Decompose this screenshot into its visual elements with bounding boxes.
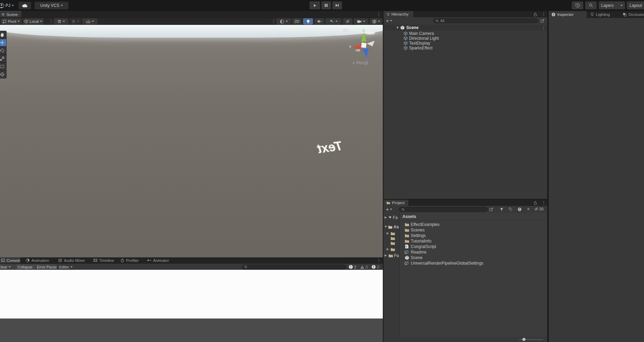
scene-3d-text[interactable]: Text <box>309 137 351 158</box>
search-by-label-icon[interactable] <box>509 207 513 211</box>
hierarchy-search-filter: All <box>440 19 444 23</box>
console-log-area[interactable] <box>0 270 383 319</box>
scene-camera-dropdown[interactable] <box>354 18 368 25</box>
scene-toolbar: Pivot Local 2D <box>0 17 383 25</box>
foldout-arrow-icon[interactable]: ▼ <box>396 26 399 29</box>
local-cube-icon <box>24 19 28 23</box>
info-count-badge[interactable]: 2 <box>347 265 358 269</box>
lock-icon[interactable] <box>533 201 537 205</box>
hierarchy-root-scene[interactable]: ▼ Scene ⋮ <box>383 25 547 30</box>
hierarchy-item-main-camera[interactable]: Main Camera <box>383 31 547 36</box>
search-by-type-icon[interactable] <box>500 207 504 211</box>
tab-occlusion[interactable]: Occlusion <box>620 11 644 18</box>
error-pause-button[interactable]: Error Pause <box>35 264 60 269</box>
hierarchy-item-directional-light[interactable]: Directional Light <box>383 36 547 41</box>
grid-visibility-dropdown[interactable] <box>70 18 81 25</box>
snap-increment-dropdown[interactable] <box>82 18 97 25</box>
hidden-items-count[interactable]: 20 <box>534 207 543 211</box>
play-button[interactable] <box>310 1 320 9</box>
error-count-badge[interactable]: 0 <box>370 265 381 269</box>
foldout-arrow-icon[interactable]: ▶ <box>387 232 389 235</box>
foldout-arrow-icon[interactable]: ▶ <box>387 248 389 251</box>
undo-history-button[interactable] <box>572 1 583 9</box>
unity-vcs-dropdown[interactable]: Unity VCS <box>35 2 68 9</box>
toggle-2d-button[interactable]: 2D <box>292 18 302 25</box>
console-search-input[interactable] <box>242 265 346 269</box>
project-search-input[interactable] <box>399 207 488 212</box>
scene-panel-menu[interactable]: ⋮ <box>377 12 381 17</box>
gameobject-cube-icon <box>404 31 408 36</box>
hierarchy-panel-menu[interactable]: ⋮ <box>541 12 546 16</box>
console-panel-menu[interactable]: ⋮ <box>377 258 381 263</box>
overlay-grip-icon[interactable] <box>343 29 349 31</box>
asset-row-scene[interactable]: Scene <box>400 255 547 260</box>
asset-row-congratscript[interactable]: # CongratScript <box>400 244 547 249</box>
tab-timeline[interactable]: Timeline <box>91 257 117 263</box>
tab-hierarchy[interactable]: Hierarchy <box>383 11 413 17</box>
assets-breadcrumb-header[interactable]: Assets <box>400 213 547 220</box>
warning-count-badge[interactable]: 0 <box>358 265 369 269</box>
tab-animator[interactable]: Animator <box>144 257 172 263</box>
asset-row-effectexamples[interactable]: EffectExamples <box>400 222 547 227</box>
tab-project[interactable]: Project <box>383 200 408 206</box>
editor-dropdown[interactable]: Editor <box>57 264 75 269</box>
favorites-star-icon[interactable]: ★ <box>527 207 530 211</box>
rotate-tool-button[interactable] <box>0 47 7 55</box>
asset-row-tutorialinfo[interactable]: TutorialInfo <box>400 238 547 244</box>
popout-icon[interactable] <box>540 19 544 23</box>
tab-animation[interactable]: Animation <box>23 257 52 263</box>
foldout-arrow-icon[interactable]: ▼ <box>384 225 387 228</box>
collapse-button[interactable]: Collapse <box>15 264 35 269</box>
tab-audio-mixer[interactable]: Audio Mixer <box>55 257 88 263</box>
hierarchy-search-input[interactable]: All <box>433 18 538 23</box>
foldout-arrow-icon[interactable]: ▶ <box>385 216 387 219</box>
project-panel-menu[interactable]: ⋮ <box>541 200 546 205</box>
pivot-dropdown[interactable]: Pivot <box>1 18 21 25</box>
global-search-button[interactable] <box>585 1 597 9</box>
foldout-arrow-icon[interactable]: ▶ <box>385 254 387 257</box>
effects-dropdown[interactable] <box>325 18 341 25</box>
layers-dropdown[interactable]: Layers <box>599 1 625 9</box>
search-by-message-icon[interactable] <box>518 207 522 211</box>
grid-snapping-dropdown[interactable] <box>54 18 68 25</box>
hand-tool-button[interactable] <box>0 31 7 39</box>
gizmos-dropdown[interactable] <box>370 18 382 25</box>
tab-scene[interactable]: Scene <box>0 11 21 17</box>
tab-profiler[interactable]: Profiler <box>117 257 141 263</box>
hierarchy-item-textdisplay[interactable]: TextDisplay <box>383 41 547 46</box>
cloud-button[interactable] <box>19 2 31 9</box>
hierarchy-item-sparkseffect[interactable]: SparksEffect <box>383 46 547 50</box>
clear-button[interactable]: Clear <box>0 264 15 269</box>
step-button[interactable] <box>332 1 342 9</box>
orientation-gizmo[interactable]: y x z <box>348 28 381 63</box>
asset-row-scenes[interactable]: Scenes <box>400 227 547 233</box>
popout-icon[interactable] <box>489 207 493 211</box>
local-dropdown[interactable]: Local <box>23 18 44 25</box>
perspective-label[interactable]: < Persp <box>352 60 368 65</box>
pause-button[interactable] <box>321 1 331 9</box>
gizmo-center-cube[interactable] <box>361 42 367 48</box>
shading-mode-dropdown[interactable] <box>276 18 291 25</box>
scene-visibility-toggle[interactable] <box>343 18 352 25</box>
rect-tool-button[interactable] <box>0 63 7 70</box>
account-button[interactable]: PJ <box>0 1 14 10</box>
create-object-button[interactable]: + <box>386 18 392 23</box>
transform-tool-button[interactable] <box>0 70 7 78</box>
create-asset-button[interactable]: + <box>386 207 392 212</box>
scene-lighting-toggle[interactable] <box>303 18 313 25</box>
layout-dropdown[interactable]: Layout <box>627 1 644 9</box>
icon-size-slider-handle[interactable] <box>522 338 525 341</box>
lock-icon[interactable] <box>533 12 537 16</box>
scene-row-menu[interactable]: ⋮ <box>541 25 546 30</box>
scene-audio-toggle[interactable] <box>314 18 324 25</box>
move-tool-button[interactable] <box>0 39 7 47</box>
asset-row-settings[interactable]: Settings <box>400 233 547 238</box>
asset-row-urp-globalsettings[interactable]: UniversalRenderPipelineGlobalSettings <box>400 260 547 266</box>
asset-row-readme[interactable]: Readme <box>400 249 547 255</box>
tab-inspector[interactable]: Inspector <box>549 11 587 18</box>
tab-lighting[interactable]: Lighting <box>587 11 619 18</box>
tab-console[interactable]: Console <box>0 257 20 263</box>
scale-tool-button[interactable] <box>0 55 7 63</box>
scene-viewport[interactable]: Text y x z < Persp <box>0 25 383 257</box>
folder-icon <box>390 231 395 236</box>
